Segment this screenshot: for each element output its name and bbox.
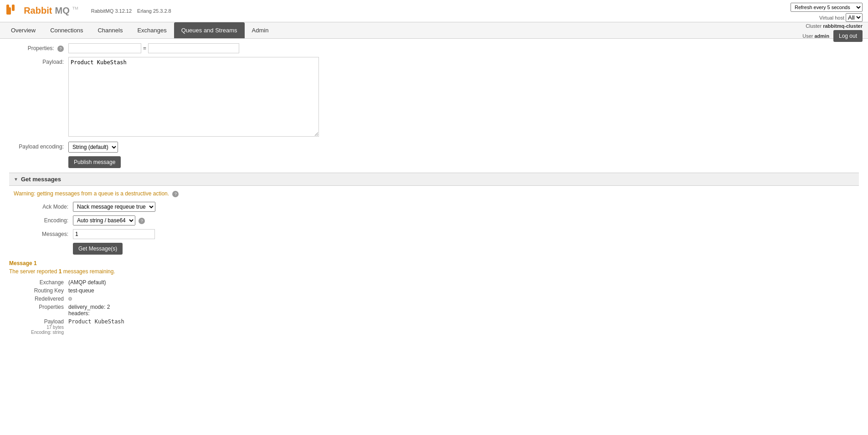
encoding-help-icon[interactable]: ? <box>139 218 145 224</box>
nav-item-overview[interactable]: Overview <box>4 22 43 38</box>
refresh-select[interactable]: Refresh every 5 seconds Refresh every 10… <box>791 3 863 12</box>
nav-item-connections[interactable]: Connections <box>43 22 90 38</box>
payload-area: Product KubeStash <box>68 57 859 138</box>
messages-input[interactable] <box>73 229 155 239</box>
publish-message-button[interactable]: Publish message <box>68 156 121 168</box>
message-result-header: Message 1 <box>9 260 859 266</box>
detail-exchange-value: (AMQP default) <box>68 279 106 286</box>
virtual-host-label: Virtual host <box>819 15 844 20</box>
warning-help-icon[interactable]: ? <box>172 191 179 197</box>
cluster-name: rabbitmq-cluster <box>823 23 863 29</box>
ack-mode-select[interactable]: Nack message requeue true Ack message re… <box>73 202 155 212</box>
payload-row: Payload: Product KubeStash <box>9 57 859 138</box>
user-name: admin <box>814 33 829 39</box>
cluster-label: Cluster <box>806 23 822 29</box>
messages-row: Messages: <box>14 229 859 239</box>
detail-exchange-label: Exchange <box>14 279 68 286</box>
detail-redelivered-label: Redelivered <box>14 296 68 302</box>
payload-label: Payload: <box>9 57 68 65</box>
logo-tm-part: TM <box>72 6 78 10</box>
properties-label: Properties: ? <box>9 43 68 52</box>
logo-area: Rabbit MQ TM RabbitMQ 3.12.12 Erlang 25.… <box>5 4 171 18</box>
properties-equals: = <box>143 45 146 51</box>
ack-mode-label: Ack Mode: <box>14 202 73 210</box>
detail-payload-value: Product KubeStash <box>68 318 124 335</box>
publish-form: Properties: ? = Payload: Product KubeSta… <box>9 43 859 168</box>
nav-item-channels[interactable]: Channels <box>90 22 130 38</box>
message-result: Message 1 The server reported 1 messages… <box>9 260 859 335</box>
get-messages-button[interactable]: Get Message(s) <box>73 243 123 255</box>
logout-button[interactable]: Log out <box>833 30 863 42</box>
properties-value-input[interactable] <box>148 43 239 53</box>
properties-key-input[interactable] <box>68 43 141 53</box>
payload-encoding-select[interactable]: String (default) Base64 <box>68 142 118 153</box>
encoding-control: Auto string / base64 base64 ? <box>73 215 859 225</box>
logo-rabbit-part: Rabbit <box>5 5 55 16</box>
nav-bar: Overview Connections Channels Exchanges … <box>0 22 868 39</box>
main-content: Properties: ? = Payload: Product KubeSta… <box>0 39 868 341</box>
logo: Rabbit MQ TM <box>5 4 78 18</box>
detail-properties-row: Properties delivery_mode: 2 headers: <box>14 304 859 317</box>
messages-control <box>73 229 859 239</box>
get-messages-title: Get messages <box>21 176 61 183</box>
encoding-row: Encoding: Auto string / base64 base64 ? <box>14 215 859 225</box>
encoding-select[interactable]: Auto string / base64 base64 <box>73 215 135 225</box>
detail-payload-row: Payload 17 bytes Encoding: string Produc… <box>14 318 859 335</box>
detail-properties-value: delivery_mode: 2 headers: <box>68 304 110 317</box>
payload-encoding-row: Payload encoding: String (default) Base6… <box>9 142 859 153</box>
warning-text: Warning: getting messages from a queue i… <box>14 190 859 197</box>
get-messages-chevron-icon: ▼ <box>14 177 18 182</box>
detail-routing-key-value: test-queue <box>68 287 94 294</box>
payload-textarea[interactable]: Product KubeStash <box>68 57 319 137</box>
properties-row: Properties: ? = <box>9 43 859 53</box>
get-messages-button-row: Get Message(s) <box>14 243 859 255</box>
logo-mq-part: MQ <box>55 5 69 15</box>
get-messages-form: Warning: getting messages from a queue i… <box>14 190 859 255</box>
payload-encoding-meta: Encoding: string <box>14 330 64 335</box>
nav-item-exchanges[interactable]: Exchanges <box>130 22 174 38</box>
rabbitmq-version: RabbitMQ 3.12.12 <box>91 8 132 14</box>
nav-item-admin[interactable]: Admin <box>245 22 276 38</box>
detail-properties-label: Properties <box>14 304 68 317</box>
ack-mode-row: Ack Mode: Nack message requeue true Ack … <box>14 202 859 212</box>
payload-encoding-control: String (default) Base64 <box>68 142 859 153</box>
payload-encoding-label: Payload encoding: <box>9 142 68 150</box>
payload-size: 17 bytes <box>14 325 64 330</box>
properties-inputs: = <box>68 43 859 53</box>
message-details: Exchange (AMQP default) Routing Key test… <box>14 279 859 335</box>
virtual-host-row: Virtual host All / <box>791 13 863 22</box>
cluster-row: Cluster rabbitmq-cluster <box>791 23 863 29</box>
svg-rect-1 <box>12 5 15 11</box>
header: Rabbit MQ TM RabbitMQ 3.12.12 Erlang 25.… <box>0 0 868 22</box>
refresh-row: Refresh every 5 seconds Refresh every 10… <box>791 3 863 12</box>
svg-rect-2 <box>6 5 9 9</box>
version-info: RabbitMQ 3.12.12 Erlang 25.3.2.8 <box>91 8 171 14</box>
virtual-host-select[interactable]: All / <box>846 13 863 22</box>
redelivered-dot-icon <box>68 297 72 301</box>
detail-payload-label: Payload 17 bytes Encoding: string <box>14 318 68 335</box>
detail-exchange-row: Exchange (AMQP default) <box>14 279 859 286</box>
properties-help-icon[interactable]: ? <box>57 46 64 52</box>
messages-label: Messages: <box>14 229 73 237</box>
user-row: User admin Log out <box>791 30 863 42</box>
erlang-version: Erlang 25.3.2.8 <box>137 8 171 14</box>
server-report: The server reported 1 messages remaining… <box>9 268 859 275</box>
publish-button-row: Publish message <box>9 156 859 168</box>
detail-redelivered-value <box>68 296 72 302</box>
user-label: User <box>802 33 813 39</box>
nav-item-queues-streams[interactable]: Queues and Streams <box>174 22 245 38</box>
get-messages-section-header: ▼ Get messages <box>9 173 859 186</box>
detail-redelivered-row: Redelivered <box>14 296 859 302</box>
ack-mode-control: Nack message requeue true Ack message re… <box>73 202 859 212</box>
detail-routing-key-row: Routing Key test-queue <box>14 287 859 294</box>
detail-routing-key-label: Routing Key <box>14 287 68 294</box>
encoding-label: Encoding: <box>14 215 73 224</box>
top-right-controls: Refresh every 5 seconds Refresh every 10… <box>791 3 863 43</box>
